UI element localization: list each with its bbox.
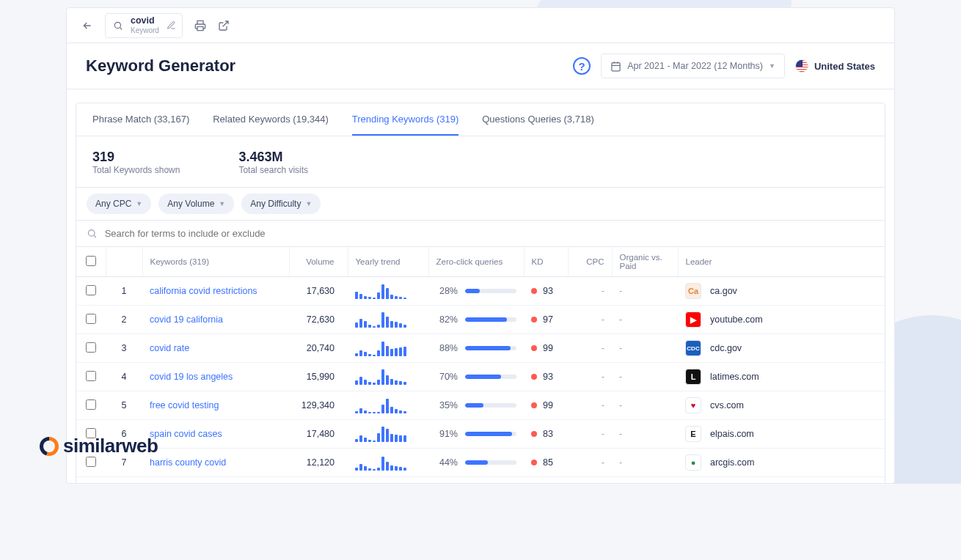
chevron-down-icon: ▼ bbox=[219, 200, 225, 207]
filter-volume[interactable]: Any Volume▼ bbox=[158, 194, 234, 214]
col-keywords[interactable]: Keywords (319) bbox=[142, 247, 289, 277]
leader-domain: cvs.com bbox=[710, 400, 744, 410]
sparkline bbox=[355, 283, 421, 299]
keyword-link[interactable]: california covid restrictions bbox=[150, 286, 257, 296]
row-volume: 20,740 bbox=[289, 334, 348, 363]
zero-click-cell: 82% bbox=[436, 314, 516, 325]
select-all-checkbox[interactable] bbox=[86, 256, 96, 266]
leader-favicon-icon: CN bbox=[685, 483, 701, 484]
tab-3[interactable]: Questions Queries (3,718) bbox=[482, 103, 593, 136]
row-checkbox[interactable] bbox=[86, 457, 96, 467]
row-checkbox[interactable] bbox=[86, 285, 96, 295]
col-volume[interactable]: Volume bbox=[289, 247, 348, 277]
sparkline bbox=[355, 483, 421, 484]
table-search-row bbox=[76, 221, 885, 247]
leader-cell: ●arcgis.com bbox=[685, 454, 877, 471]
table-row: 4covid 19 los angeles15,99070%93--Llatim… bbox=[76, 363, 885, 391]
leader-domain: arcgis.com bbox=[710, 457, 754, 468]
open-external-button[interactable] bbox=[212, 14, 235, 37]
row-ovp: - bbox=[612, 449, 678, 477]
row-volume: 15,990 bbox=[289, 363, 348, 391]
zcq-percent: 82% bbox=[436, 314, 458, 325]
keyword-link[interactable]: covid rate bbox=[150, 343, 189, 353]
row-volume: 17,480 bbox=[289, 420, 348, 449]
zcq-percent: 70% bbox=[436, 372, 458, 382]
similarweb-mark-icon bbox=[40, 437, 59, 456]
sparkline bbox=[355, 369, 421, 385]
tab-1[interactable]: Related Keywords (19,344) bbox=[213, 103, 329, 136]
search-chip[interactable]: covid Keyword bbox=[105, 13, 183, 38]
keyword-link[interactable]: covid 19 california bbox=[150, 314, 223, 325]
row-cpc: - bbox=[568, 306, 612, 334]
col-trend[interactable]: Yearly trend bbox=[348, 247, 428, 277]
kd-dot-icon bbox=[531, 460, 537, 465]
kd-cell: 93 bbox=[531, 372, 560, 382]
row-ovp: - bbox=[612, 420, 678, 449]
printer-icon bbox=[194, 20, 206, 32]
leader-domain: cdc.gov bbox=[710, 343, 742, 353]
filter-row: Any CPC▼ Any Volume▼ Any Difficulty▼ bbox=[76, 187, 885, 221]
row-rank: 3 bbox=[106, 334, 142, 363]
row-ovp: - bbox=[612, 477, 678, 485]
zero-click-cell: 28% bbox=[436, 286, 516, 296]
title-row: Keyword Generator ? Apr 2021 - Mar 2022 … bbox=[67, 43, 894, 89]
row-volume: 129,340 bbox=[289, 391, 348, 420]
row-checkbox[interactable] bbox=[86, 399, 96, 410]
kd-value: 83 bbox=[543, 429, 553, 439]
keyword-link[interactable]: covid 19 los angeles bbox=[150, 372, 233, 382]
tabs: Phrase Match (33,167)Related Keywords (1… bbox=[76, 103, 885, 136]
zero-click-cell: 35% bbox=[436, 400, 516, 410]
row-checkbox[interactable] bbox=[86, 314, 96, 324]
date-range-picker[interactable]: Apr 2021 - Mar 2022 (12 Months) ▼ bbox=[601, 54, 785, 78]
back-button[interactable] bbox=[76, 14, 99, 37]
filter-difficulty[interactable]: Any Difficulty▼ bbox=[241, 194, 321, 214]
col-cpc[interactable]: CPC bbox=[568, 247, 612, 277]
results-card: Phrase Match (33,167)Related Keywords (1… bbox=[76, 103, 885, 484]
leader-favicon-icon: ▶ bbox=[685, 312, 701, 328]
row-rank: 1 bbox=[106, 277, 142, 306]
filter-cpc[interactable]: Any CPC▼ bbox=[87, 194, 151, 214]
row-cpc: - bbox=[568, 449, 612, 477]
table-row: 1california covid restrictions17,63028%9… bbox=[76, 277, 885, 306]
row-checkbox[interactable] bbox=[86, 342, 96, 353]
col-leader[interactable]: Leader bbox=[678, 247, 885, 277]
edit-icon[interactable] bbox=[167, 21, 176, 30]
country-label: United States bbox=[814, 61, 875, 72]
table-row: 5free covid testing129,34035%99--♥cvs.co… bbox=[76, 391, 885, 420]
zero-click-cell: 70% bbox=[436, 372, 516, 382]
chevron-down-icon: ▼ bbox=[305, 200, 312, 207]
kd-cell: 85 bbox=[531, 457, 560, 468]
calendar-icon bbox=[610, 61, 621, 72]
results-table: Keywords (319) Volume Yearly trend Zero-… bbox=[76, 247, 885, 484]
tab-2[interactable]: Trending Keywords (319) bbox=[352, 103, 458, 136]
date-range-label: Apr 2021 - Mar 2022 (12 Months) bbox=[627, 61, 763, 71]
row-volume: 12,120 bbox=[289, 449, 348, 477]
help-button[interactable]: ? bbox=[573, 57, 591, 75]
kd-value: 93 bbox=[543, 286, 553, 296]
col-ovp[interactable]: Organic vs. Paid bbox=[612, 247, 678, 277]
tab-0[interactable]: Phrase Match (33,167) bbox=[92, 103, 189, 136]
col-kd[interactable]: KD bbox=[524, 247, 568, 277]
keyword-link[interactable]: spain covid cases bbox=[150, 429, 222, 439]
country-picker[interactable]: United States bbox=[795, 59, 875, 73]
col-zcq[interactable]: Zero-click queries bbox=[428, 247, 524, 277]
kd-dot-icon bbox=[531, 317, 537, 323]
stat-total-keywords-label: Total Keywords shown bbox=[92, 165, 180, 175]
leader-domain: youtube.com bbox=[710, 314, 763, 325]
table-search-input[interactable] bbox=[105, 228, 874, 239]
leader-favicon-icon: CDC bbox=[685, 340, 701, 356]
sparkline bbox=[355, 340, 421, 356]
svg-point-0 bbox=[114, 22, 120, 28]
row-checkbox[interactable] bbox=[86, 371, 96, 381]
row-volume: 72,630 bbox=[289, 306, 348, 334]
keyword-link[interactable]: harris county covid bbox=[150, 457, 226, 468]
leader-favicon-icon: E bbox=[685, 426, 701, 442]
svg-rect-1 bbox=[612, 62, 620, 70]
leader-cell: ▶youtube.com bbox=[685, 312, 877, 328]
zero-click-cell: 88% bbox=[436, 343, 516, 353]
leader-domain: ca.gov bbox=[710, 286, 737, 296]
zero-click-cell: 44% bbox=[436, 457, 516, 468]
print-button[interactable] bbox=[189, 14, 212, 37]
keyword-link[interactable]: free covid testing bbox=[150, 400, 219, 410]
kd-value: 99 bbox=[543, 400, 553, 410]
